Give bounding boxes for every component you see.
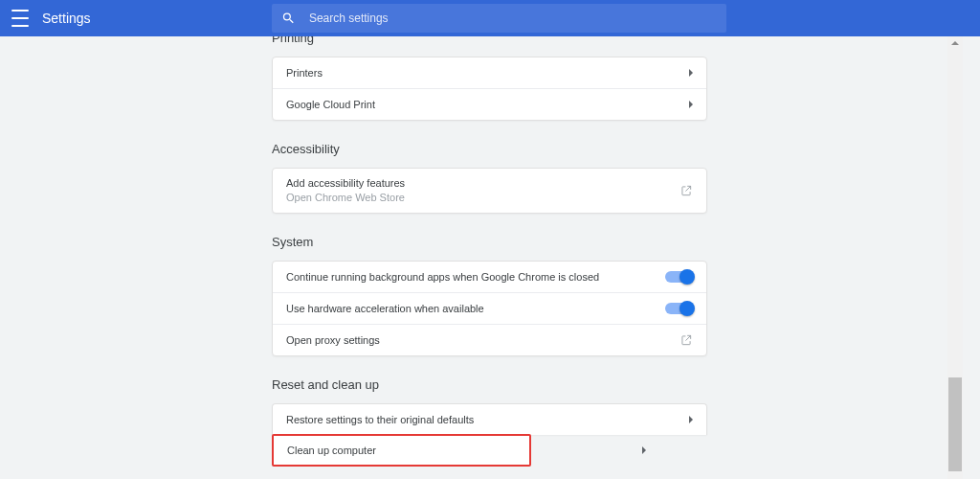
toggle-hardware-acceleration[interactable] <box>665 303 693 314</box>
section-title-system: System <box>272 235 707 249</box>
section-title-printing: Printing <box>272 36 707 45</box>
search-input[interactable] <box>307 11 717 26</box>
row-label: Add accessibility features <box>286 176 405 191</box>
row-clean-up-computer[interactable]: Clean up computer <box>274 436 529 465</box>
row-hardware-acceleration[interactable]: Use hardware acceleration when available <box>273 292 706 324</box>
cleanup-highlight: Clean up computer <box>272 434 531 467</box>
content-area: Printing Printers Google Cloud Print Acc… <box>0 36 963 479</box>
row-restore-defaults[interactable]: Restore settings to their original defau… <box>273 404 706 435</box>
row-label: Clean up computer <box>287 445 376 456</box>
row-label: Restore settings to their original defau… <box>286 414 474 425</box>
accessibility-card: Add accessibility features Open Chrome W… <box>272 168 707 214</box>
row-label: Printers <box>286 67 323 79</box>
row-label: Use hardware acceleration when available <box>286 303 484 314</box>
search-box[interactable] <box>272 4 726 33</box>
row-google-cloud-print[interactable]: Google Cloud Print <box>273 88 706 120</box>
chevron-right-icon <box>642 446 646 454</box>
scroll-up-icon[interactable] <box>951 41 959 45</box>
section-title-reset: Reset and clean up <box>272 377 707 392</box>
chevron-right-icon <box>689 69 693 77</box>
row-add-accessibility[interactable]: Add accessibility features Open Chrome W… <box>273 169 706 213</box>
external-link-icon <box>679 184 693 197</box>
scrollbar-thumb[interactable] <box>948 377 962 471</box>
printing-card: Printers Google Cloud Print <box>272 57 707 121</box>
row-proxy-settings[interactable]: Open proxy settings <box>273 324 706 355</box>
menu-icon[interactable] <box>10 6 31 31</box>
app-title: Settings <box>42 11 91 26</box>
vertical-scrollbar[interactable] <box>947 36 963 479</box>
chevron-right-icon <box>689 416 693 423</box>
toggle-background-apps[interactable] <box>665 271 693 283</box>
row-label: Open proxy settings <box>286 334 380 346</box>
reset-card: Restore settings to their original defau… <box>272 403 707 435</box>
search-icon <box>281 11 296 26</box>
app-header: Settings <box>0 0 980 36</box>
system-card: Continue running background apps when Go… <box>272 261 707 356</box>
row-printers[interactable]: Printers <box>273 57 706 88</box>
section-title-accessibility: Accessibility <box>272 142 707 156</box>
settings-column: Printing Printers Google Cloud Print Acc… <box>272 36 707 467</box>
row-label: Continue running background apps when Go… <box>286 271 599 283</box>
external-link-icon <box>679 333 693 347</box>
row-text: Add accessibility features Open Chrome W… <box>286 176 405 205</box>
row-sublabel: Open Chrome Web Store <box>286 191 405 205</box>
row-background-apps[interactable]: Continue running background apps when Go… <box>273 262 706 292</box>
row-label: Google Cloud Print <box>286 99 375 110</box>
chevron-right-icon <box>689 101 693 108</box>
